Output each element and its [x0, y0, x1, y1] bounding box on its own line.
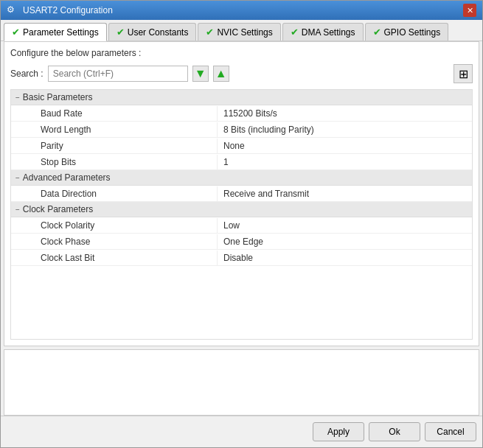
table-row: Baud Rate 115200 Bits/s	[11, 105, 472, 122]
tab-check-icon: ✔	[117, 27, 125, 38]
ok-button[interactable]: Ok	[369, 422, 420, 441]
search-label: Search :	[10, 69, 44, 79]
param-name: Stop Bits	[11, 155, 218, 169]
collapse-icon[interactable]: −	[15, 206, 20, 214]
section-header-clock: − Clock Parameters	[11, 202, 472, 217]
tab-label: Parameter Settings	[23, 27, 99, 38]
tab-nvic-settings[interactable]: ✔ NVIC Settings	[198, 23, 280, 41]
param-name: Parity	[11, 139, 218, 153]
footer-bar: Apply Ok Cancel	[1, 416, 482, 447]
table-row: Clock Phase One Edge	[11, 234, 472, 250]
search-down-button[interactable]: ▼	[192, 66, 209, 82]
tab-check-icon: ✔	[12, 27, 20, 38]
table-row: Word Length 8 Bits (including Parity)	[11, 122, 472, 138]
cancel-button[interactable]: Cancel	[425, 422, 476, 441]
param-name: Baud Rate	[11, 106, 218, 121]
search-input[interactable]	[48, 66, 188, 82]
tab-dma-settings[interactable]: ✔ DMA Settings	[282, 23, 364, 41]
param-value: Receive and Transmit	[218, 186, 472, 201]
tab-check-icon: ✔	[291, 27, 299, 38]
configure-label: Configure the below parameters :	[10, 48, 473, 58]
main-window: ⚙ USART2 Configuration ✕ ✔ Parameter Set…	[0, 0, 483, 448]
grid-icon: ⊞	[459, 67, 468, 81]
collapse-icon[interactable]: −	[15, 94, 20, 102]
collapse-icon[interactable]: −	[15, 174, 20, 182]
table-row: Parity None	[11, 138, 472, 154]
window-icon: ⚙	[7, 4, 18, 16]
section-label: Advanced Parameters	[23, 172, 111, 183]
window-title: USART2 Configuration	[23, 5, 113, 15]
param-value: Disable	[218, 251, 472, 265]
content-area: Configure the below parameters : Search …	[4, 41, 479, 346]
param-value: 8 Bits (including Parity)	[218, 122, 472, 137]
params-table: − Basic Parameters Baud Rate 115200 Bits…	[10, 89, 473, 340]
grid-view-button[interactable]: ⊞	[454, 64, 473, 83]
section-header-basic: − Basic Parameters	[11, 90, 472, 105]
param-name: Data Direction	[11, 186, 218, 201]
tab-check-icon: ✔	[206, 27, 214, 38]
table-row: Stop Bits 1	[11, 154, 472, 170]
tab-user-constants[interactable]: ✔ User Constants	[108, 23, 197, 41]
tab-parameter-settings[interactable]: ✔ Parameter Settings	[4, 23, 107, 41]
tab-gpio-settings[interactable]: ✔ GPIO Settings	[365, 23, 449, 41]
apply-button[interactable]: Apply	[313, 422, 364, 441]
title-bar: ⚙ USART2 Configuration ✕	[1, 1, 482, 20]
table-row: Clock Last Bit Disable	[11, 250, 472, 266]
bottom-panel	[4, 349, 479, 416]
tab-label: NVIC Settings	[217, 27, 272, 38]
param-name: Clock Phase	[11, 234, 218, 249]
table-row: Data Direction Receive and Transmit	[11, 186, 472, 202]
param-name: Word Length	[11, 122, 218, 137]
tab-check-icon: ✔	[373, 27, 381, 38]
tab-label: User Constants	[128, 27, 189, 38]
param-value: Low	[218, 218, 472, 233]
param-name: Clock Last Bit	[11, 251, 218, 265]
tab-label: GPIO Settings	[384, 27, 441, 38]
title-bar-left: ⚙ USART2 Configuration	[7, 4, 113, 16]
param-value: None	[218, 139, 472, 153]
search-row: Search : ▼ ▲ ⊞	[10, 64, 473, 83]
table-row: Clock Polarity Low	[11, 217, 472, 234]
section-label: Clock Parameters	[23, 204, 93, 214]
close-button[interactable]: ✕	[463, 4, 476, 17]
param-name: Clock Polarity	[11, 218, 218, 233]
section-header-advanced: − Advanced Parameters	[11, 170, 472, 186]
param-value: 1	[218, 155, 472, 169]
tab-label: DMA Settings	[302, 27, 355, 38]
tabs-bar: ✔ Parameter Settings ✔ User Constants ✔ …	[1, 20, 482, 41]
section-label: Basic Parameters	[23, 92, 93, 102]
param-value: One Edge	[218, 234, 472, 249]
search-up-button[interactable]: ▲	[213, 66, 229, 82]
param-value: 115200 Bits/s	[218, 106, 472, 121]
